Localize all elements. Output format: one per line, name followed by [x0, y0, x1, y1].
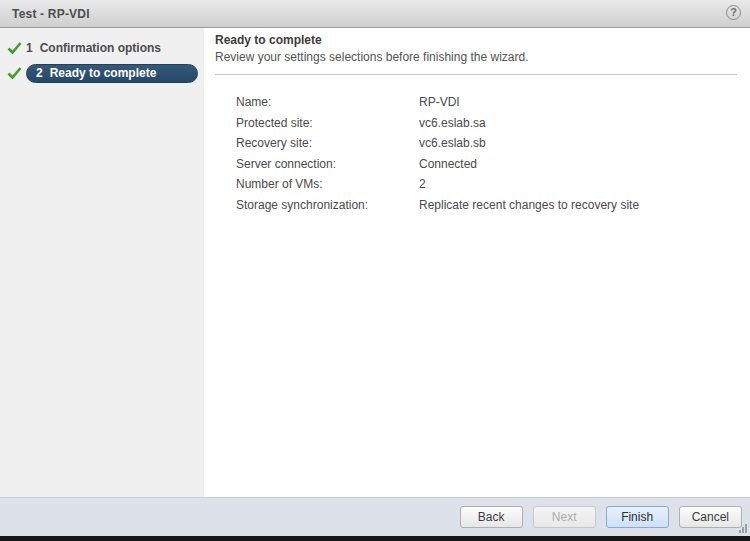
page-title: Ready to complete [215, 33, 737, 48]
setting-row-name: Name: RP-VDI [236, 92, 737, 113]
setting-value: 2 [419, 177, 426, 191]
back-button[interactable]: Back [460, 506, 523, 528]
setting-row-server-connection: Server connection: Connected [236, 154, 737, 175]
setting-label: Protected site: [236, 116, 419, 130]
setting-row-number-of-vms: Number of VMs: 2 [236, 174, 737, 195]
page-subtitle: Review your settings selections before f… [215, 50, 737, 65]
step-number: 2 [36, 66, 43, 80]
setting-label: Recovery site: [236, 136, 419, 150]
footer-button-bar: Back Next Finish Cancel [0, 497, 750, 536]
step-label: 1Confirmation options [26, 41, 161, 55]
step-title: Confirmation options [40, 41, 161, 55]
setting-label: Server connection: [236, 157, 419, 171]
setting-label: Storage synchronization: [236, 198, 419, 212]
setting-label: Name: [236, 95, 419, 109]
check-icon [7, 41, 22, 55]
titlebar: Test - RP-VDI ? [0, 0, 750, 28]
finish-button[interactable]: Finish [606, 506, 669, 528]
setting-value: vc6.eslab.sa [419, 116, 486, 130]
window-title: Test - RP-VDI [12, 7, 90, 21]
setting-row-protected-site: Protected site: vc6.eslab.sa [236, 113, 737, 134]
setting-row-recovery-site: Recovery site: vc6.eslab.sb [236, 133, 737, 154]
next-button[interactable]: Next [533, 506, 596, 528]
window-bottom-edge [0, 536, 750, 541]
wizard-body: 1Confirmation options 2Ready to complete… [0, 28, 750, 497]
setting-row-storage-synchronization: Storage synchronization: Replicate recen… [236, 195, 737, 216]
setting-label: Number of VMs: [236, 177, 419, 191]
step-number: 1 [26, 41, 33, 55]
wizard-dialog: Test - RP-VDI ? 1Confirmation options 2R… [0, 0, 750, 541]
wizard-steps-sidebar: 1Confirmation options 2Ready to complete [0, 28, 204, 497]
wizard-content: Ready to complete Review your settings s… [204, 28, 750, 497]
resize-grip-icon[interactable] [739, 524, 748, 533]
header-divider [215, 74, 737, 75]
sidebar-step-confirmation-options[interactable]: 1Confirmation options [0, 37, 204, 59]
setting-value: vc6.eslab.sb [419, 136, 486, 150]
setting-value: Connected [419, 157, 477, 171]
sidebar-step-ready-to-complete[interactable]: 2Ready to complete [0, 62, 204, 84]
active-step-pill: 2Ready to complete [26, 64, 198, 83]
help-icon[interactable]: ? [726, 5, 741, 20]
settings-summary: Name: RP-VDI Protected site: vc6.eslab.s… [236, 92, 737, 215]
setting-value: Replicate recent changes to recovery sit… [419, 198, 639, 212]
setting-value: RP-VDI [419, 95, 460, 109]
check-icon [7, 66, 22, 80]
cancel-button[interactable]: Cancel [679, 506, 742, 528]
step-title: Ready to complete [50, 66, 157, 80]
